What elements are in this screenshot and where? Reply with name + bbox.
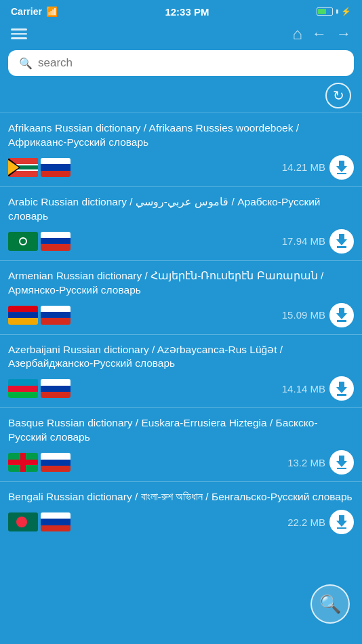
hamburger-line-3 [11,37,27,39]
nav-right-buttons: ⌂ ← → [293,24,352,43]
forward-button[interactable]: → [336,25,351,43]
dict-size: 22.2 MB [287,517,325,528]
download-button[interactable] [329,229,354,254]
dict-title: Afrikaans Russian dictionary / Afrikaans… [8,121,354,150]
dict-flags [8,306,71,325]
search-container: 🔍 [0,50,362,83]
search-fab-icon: 🔍 [319,594,341,615]
dict-title: Arabic Russian dictionary / قاموس عربي-ر… [8,195,354,224]
status-bar: Carrier 📶 12:33 PM ⚡ [0,0,362,22]
dict-size-row: 22.2 MB [287,510,354,534]
dict-flags [8,453,71,472]
dict-meta-row: 15.09 MB [8,303,354,327]
home-button[interactable]: ⌂ [293,24,303,43]
dict-size-row: 17.94 MB [282,229,354,254]
dict-title: Armenian Russian dictionary / Հայերէն-Ռո… [8,269,354,298]
hamburger-line-2 [11,33,27,35]
dict-meta-row: 14.14 MB [8,376,354,401]
dict-meta-row: 22.2 MB [8,510,354,534]
search-input[interactable] [38,56,343,70]
search-icon: 🔍 [19,57,33,70]
dict-flags [8,512,71,531]
refresh-button[interactable]: ↻ [325,83,351,108]
dict-title: Bengali Russian dictionary / বাংলা-রুশ অ… [8,490,354,504]
download-button[interactable] [329,155,354,180]
battery-icon [317,7,333,16]
dict-meta-row: 17.94 MB [8,229,354,254]
back-button[interactable]: ← [312,25,327,43]
download-button[interactable] [329,510,354,534]
wifi-icon: 📶 [46,6,58,17]
battery-tip [336,9,338,14]
dict-flags [8,379,71,398]
list-item: Arabic Russian dictionary / قاموس عربي-ر… [0,186,362,260]
time-display: 12:33 PM [165,6,209,18]
list-item: Bengali Russian dictionary / বাংলা-রুশ অ… [0,481,362,541]
dict-size: 15.09 MB [282,309,325,321]
download-button[interactable] [329,303,354,327]
dict-size-row: 14.21 MB [282,155,354,180]
list-item: Azerbaijani Russian dictionary / Azərbay… [0,334,362,408]
dict-title: Basque Russian dictionary / Euskara-Erru… [8,416,354,445]
list-item: Afrikaans Russian dictionary / Afrikaans… [0,113,362,186]
charging-icon: ⚡ [341,7,351,16]
carrier-label: Carrier 📶 [11,6,58,17]
dict-flags [8,158,71,177]
list-item: Armenian Russian dictionary / Հայերէն-Ռո… [0,260,362,334]
search-fab-button[interactable]: 🔍 [310,584,350,624]
refresh-icon: ↻ [333,87,344,104]
dict-size: 17.94 MB [282,235,325,247]
nav-bar: ⌂ ← → [0,22,362,50]
download-button[interactable] [329,376,354,401]
dictionary-list: Afrikaans Russian dictionary / Afrikaans… [0,113,362,555]
dict-title: Azerbaijani Russian dictionary / Azərbay… [8,343,354,371]
dict-size: 14.21 MB [282,161,325,173]
list-item: Basque Russian dictionary / Euskara-Erru… [0,407,362,481]
download-button[interactable] [329,450,354,475]
battery-fill [318,9,326,14]
dict-size: 13.2 MB [287,457,325,468]
dict-size-row: 13.2 MB [287,450,354,475]
battery-area: ⚡ [317,7,351,16]
dict-meta-row: 13.2 MB [8,450,354,475]
dict-size-row: 14.14 MB [282,376,354,401]
menu-button[interactable] [11,28,27,39]
dict-size: 14.14 MB [282,383,325,395]
refresh-row: ↻ [0,83,362,113]
carrier-text: Carrier [11,6,42,17]
dict-meta-row: 14.21 MB [8,155,354,180]
hamburger-line-1 [11,28,27,31]
search-bar[interactable]: 🔍 [8,50,354,76]
dict-size-row: 15.09 MB [282,303,354,327]
dict-flags [8,232,71,251]
